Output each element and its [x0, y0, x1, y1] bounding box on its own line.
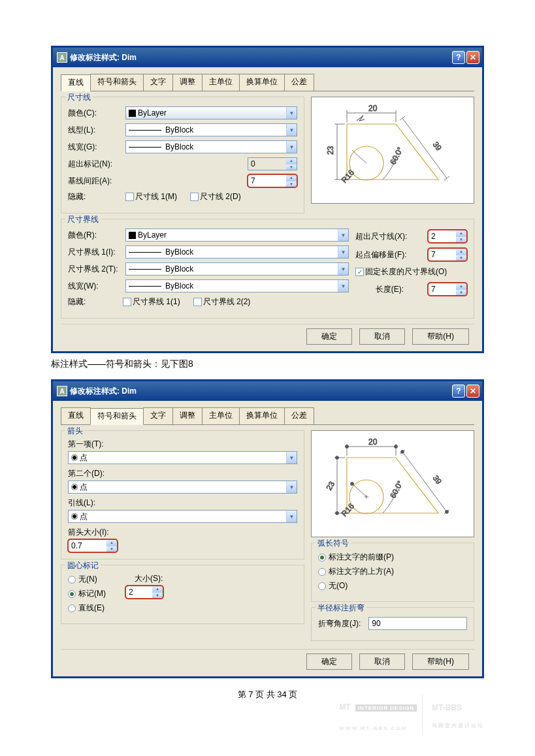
baseline-spacing-spinner[interactable]: 7 ▲▼ — [248, 174, 297, 187]
tab-primary[interactable]: 主单位 — [202, 407, 240, 424]
app-icon: A — [57, 52, 67, 63]
first-arrow-label: 第一项(T): — [68, 439, 297, 450]
titlebar[interactable]: A 修改标注样式: Dim ? ✕ — [53, 381, 482, 401]
beyond-dimline-label: 超出尺寸线(X): — [355, 231, 424, 242]
chevron-down-icon: ▼ — [286, 452, 297, 464]
tab-fit[interactable]: 调整 — [172, 407, 203, 424]
svg-text:20: 20 — [368, 437, 378, 447]
chevron-down-icon: ▼ — [338, 280, 348, 292]
ext1-linetype-combo[interactable]: ByBlock ▼ — [125, 245, 349, 259]
jog-angle-input[interactable]: 90 — [368, 617, 467, 630]
hide-dimline1-check[interactable]: 尺寸线 1(M) — [125, 191, 177, 202]
radio-none[interactable]: 无(N) — [68, 574, 106, 585]
second-arrow-label: 第二个(D): — [68, 468, 297, 479]
svg-text:23: 23 — [326, 146, 335, 155]
ext-lineweight-combo[interactable]: ByBlock ▼ — [125, 279, 349, 292]
app-icon: A — [57, 386, 67, 396]
tab-primary[interactable]: 主单位 — [202, 74, 240, 91]
chevron-down-icon: ▼ — [286, 511, 297, 522]
dialog-dimension-style-lines: A 修改标注样式: Dim ? ✕ 直线 符号和箭头 文字 调整 主单位 换算单… — [51, 46, 484, 353]
ext2-linetype-label: 尺寸界线 2(T): — [68, 264, 122, 275]
tab-symbols[interactable]: 符号和箭头 — [90, 408, 144, 425]
center-size-label: 大小(S): — [135, 573, 163, 584]
help-icon[interactable]: ? — [452, 51, 465, 64]
tabs: 直线 符号和箭头 文字 调整 主单位 换算单位 公差 — [61, 407, 474, 425]
svg-text:39: 39 — [431, 140, 444, 152]
ext-lineweight-label: 线宽(W): — [68, 281, 122, 292]
watermark: MT INTERIOR DESIGN WWW.MT-BBS.COM MT-BBS… — [51, 695, 484, 733]
help-button[interactable]: 帮助(H) — [412, 654, 469, 670]
radio-arc-none[interactable]: 无(O) — [318, 580, 467, 591]
svg-text:R16: R16 — [340, 501, 356, 518]
tab-alternate[interactable]: 换算单位 — [239, 407, 285, 424]
fieldset-arc-length: 弧长符号 标注文字的前缀(P) 标注文字的上方(A) 无(O) — [311, 543, 474, 602]
chevron-down-icon: ▼ — [286, 481, 297, 493]
tab-text[interactable]: 文字 — [143, 407, 173, 424]
hide-extline1-check[interactable]: 尺寸界线 1(1) — [123, 296, 180, 307]
leader-arrow-label: 引线(L): — [68, 497, 297, 509]
radio-arc-before[interactable]: 标注文字的前缀(P) — [318, 552, 467, 563]
tab-tolerance[interactable]: 公差 — [284, 407, 314, 424]
tab-lines[interactable]: 直线 — [61, 407, 91, 424]
help-button[interactable]: 帮助(H) — [412, 328, 469, 345]
titlebar[interactable]: A 修改标注样式: Dim ? ✕ — [53, 48, 482, 67]
chevron-down-icon: ▼ — [286, 107, 297, 119]
close-icon[interactable]: ✕ — [466, 385, 479, 398]
chevron-down-icon: ▼ — [286, 165, 297, 170]
dialog-title: 修改标注样式: Dim — [70, 52, 451, 63]
tab-text[interactable]: 文字 — [143, 74, 173, 91]
length-spinner[interactable]: 7 ▲▼ — [428, 283, 467, 296]
ext-hide-label: 隐藏: — [68, 296, 119, 307]
chevron-down-icon: ▼ — [286, 124, 297, 136]
preview-panel: 20 23 39 R16 60.0° — [311, 430, 474, 537]
offset-origin-spinner[interactable]: 7 ▲▼ — [428, 248, 467, 261]
fixed-length-check[interactable]: ✓固定长度的尺寸界线(O) — [355, 266, 447, 277]
color-combo[interactable]: ByLayer ▼ — [125, 106, 297, 119]
jog-angle-label: 折弯角度(J): — [318, 618, 361, 629]
color-label: 颜色(C): — [68, 108, 122, 119]
chevron-down-icon: ▼ — [338, 229, 348, 241]
ext2-linetype-combo[interactable]: ByBlock ▼ — [125, 262, 349, 276]
hide-dimline2-check[interactable]: 尺寸线 2(D) — [190, 191, 241, 202]
arrow-size-label: 箭头大小(I): — [68, 527, 297, 538]
tab-alternate[interactable]: 换算单位 — [239, 74, 285, 91]
extend-ticks-spinner: 0 ▲▼ — [248, 157, 297, 170]
svg-point-16 — [351, 482, 354, 486]
radio-arc-above[interactable]: 标注文字的上方(A) — [318, 566, 467, 577]
center-size-spinner[interactable]: 2 ▲▼ — [125, 586, 163, 599]
second-arrow-combo[interactable]: 点 ▼ — [68, 480, 297, 494]
ok-button[interactable]: 确定 — [306, 328, 352, 345]
tab-symbols[interactable]: 符号和箭头 — [90, 74, 144, 91]
svg-text:39: 39 — [431, 473, 444, 486]
hide-extline2-check[interactable]: 尺寸界线 2(2) — [193, 296, 251, 307]
beyond-dimline-spinner[interactable]: 2 ▲▼ — [428, 230, 467, 243]
fieldset-center-mark: 圆心标记 无(N) 标记(M) 直线(E) 大小(S): 2 ▲▼ — [61, 565, 304, 624]
lineweight-combo[interactable]: ByBlock ▼ — [125, 140, 297, 153]
radio-mark[interactable]: 标记(M) — [68, 588, 106, 599]
ok-button[interactable]: 确定 — [306, 654, 352, 670]
extend-ticks-label: 超出标记(N): — [68, 159, 122, 170]
dialog-title: 修改标注样式: Dim — [70, 386, 451, 397]
ext1-linetype-label: 尺寸界线 1(I): — [68, 247, 122, 258]
first-arrow-combo[interactable]: 点 ▼ — [68, 451, 297, 464]
fieldset-dimline: 尺寸线 颜色(C): ByLayer ▼ 线型(L): ByBlock ▼ — [61, 97, 304, 213]
fieldset-arrowheads: 箭头 第一项(T): 点 ▼ 第二个(D): 点 ▼ 引线(L): 点 ▼ — [61, 430, 304, 559]
chevron-down-icon: ▼ — [286, 141, 297, 153]
radio-line[interactable]: 直线(E) — [68, 603, 106, 614]
close-icon[interactable]: ✕ — [466, 51, 479, 64]
svg-text:60.0°: 60.0° — [388, 146, 405, 166]
help-icon[interactable]: ? — [452, 385, 465, 398]
tab-lines[interactable]: 直线 — [61, 74, 91, 91]
cancel-button[interactable]: 取消 — [359, 328, 405, 345]
caption-text: 标注样式——符号和箭头：见下图8 — [51, 358, 484, 370]
linetype-combo[interactable]: ByBlock ▼ — [125, 123, 297, 136]
arrow-size-spinner[interactable]: 0.7 ▲▼ — [68, 539, 118, 552]
lineweight-label: 线宽(G): — [68, 142, 122, 153]
chevron-down-icon: ▼ — [286, 181, 297, 187]
leader-arrow-combo[interactable]: 点 ▼ — [68, 510, 297, 523]
tab-tolerance[interactable]: 公差 — [284, 74, 314, 91]
ext-color-combo[interactable]: ByLayer ▼ — [125, 228, 349, 242]
length-label: 长度(E): — [355, 284, 424, 295]
cancel-button[interactable]: 取消 — [359, 654, 405, 670]
tab-fit[interactable]: 调整 — [172, 74, 203, 91]
